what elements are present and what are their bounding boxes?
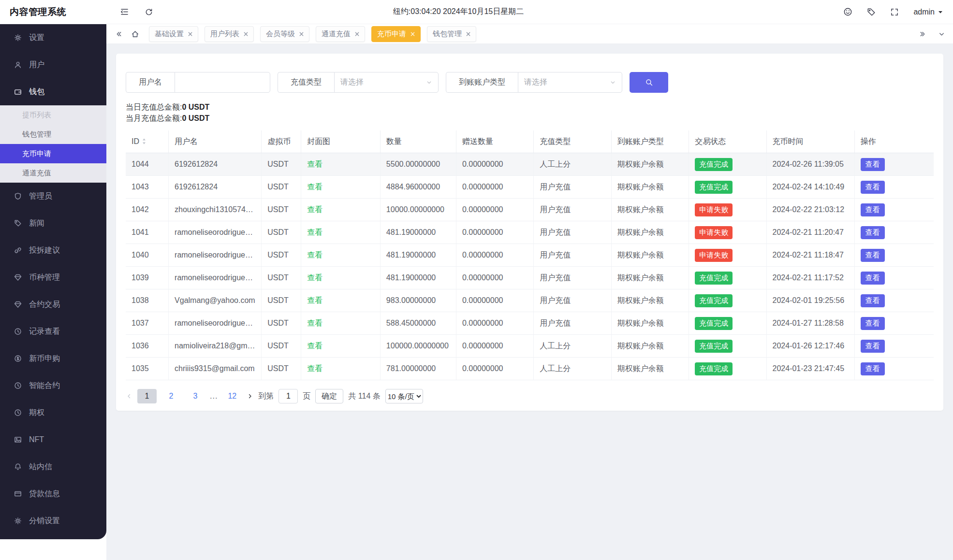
sidebar-item-loan-info[interactable]: 贷款信息 <box>0 480 106 507</box>
collapse-sidebar-icon[interactable] <box>120 7 129 16</box>
sidebar-item-feedback[interactable]: 投拆建议 <box>0 237 106 264</box>
view-button[interactable]: 查看 <box>861 317 885 330</box>
cover-view-link[interactable]: 查看 <box>307 296 323 304</box>
cover-view-link[interactable]: 查看 <box>307 160 323 168</box>
view-button[interactable]: 查看 <box>861 272 885 285</box>
view-button[interactable]: 查看 <box>861 181 885 194</box>
scroll-tabs-right-icon[interactable] <box>919 30 926 38</box>
cell-id: 1039 <box>126 267 169 289</box>
tab-deposit-request[interactable]: 充币申请 <box>371 26 421 42</box>
sidebar-item-coin-manage[interactable]: 币种管理 <box>0 264 106 291</box>
view-button[interactable]: 查看 <box>861 249 885 262</box>
sidebar-item-users[interactable]: 用户 <box>0 51 106 78</box>
tag-icon[interactable] <box>867 8 876 16</box>
shield-icon <box>14 192 22 200</box>
page-number[interactable]: 1 <box>137 389 157 403</box>
sidebar-item-nft[interactable]: NFT <box>0 426 106 453</box>
prev-page-icon[interactable] <box>126 393 132 400</box>
sidebar-item-smart-contract[interactable]: 智能合约 <box>0 372 106 399</box>
cover-view-link[interactable]: 查看 <box>307 319 323 327</box>
close-icon[interactable] <box>411 32 415 36</box>
sidebar-item-withdraw-list[interactable]: 提币列表 <box>0 105 106 125</box>
cell-id: 1037 <box>126 312 169 335</box>
header-account: 到账账户类型 <box>611 130 689 153</box>
sidebar-item-wallet[interactable]: 钱包 <box>0 78 106 105</box>
per-page-select[interactable]: 10 条/页 <box>385 389 423 403</box>
sidebar-item-label: 用户 <box>29 60 44 70</box>
sort-icon[interactable] <box>142 138 146 146</box>
view-button[interactable]: 查看 <box>861 340 885 353</box>
view-button[interactable]: 查看 <box>861 226 885 239</box>
sidebar-item-settings[interactable]: 设置 <box>0 24 106 51</box>
user-menu[interactable]: admin <box>913 8 943 16</box>
sidebar-item-label: 设置 <box>29 33 44 43</box>
theme-icon[interactable] <box>843 7 852 16</box>
cover-view-link[interactable]: 查看 <box>307 342 323 350</box>
view-button[interactable]: 查看 <box>861 203 885 216</box>
header-id[interactable]: ID <box>126 130 169 153</box>
cover-view-link[interactable]: 查看 <box>307 251 323 259</box>
cover-view-link[interactable]: 查看 <box>307 228 323 236</box>
open-tabs: 基础设置 用户列表 会员等级 通道充值 充币申请 钱包管理 <box>149 26 913 42</box>
fullscreen-icon[interactable] <box>890 8 899 16</box>
page-number[interactable]: 3 <box>186 389 205 403</box>
header-right-tools: admin <box>843 7 953 16</box>
close-icon[interactable] <box>466 32 470 36</box>
sidebar-item-news[interactable]: 新闻 <box>0 210 106 237</box>
close-icon[interactable] <box>244 32 248 36</box>
close-icon[interactable] <box>188 32 192 36</box>
page-number[interactable]: 2 <box>161 389 181 403</box>
refresh-icon[interactable] <box>145 8 153 16</box>
table-row: 1042 zhouxingchi1310574@gm... USDT 查看 10… <box>126 199 934 221</box>
sidebar-item-contract-trade[interactable]: 合约交易 <box>0 291 106 318</box>
daily-total: 当日充值总金额:0 USDT <box>126 101 934 113</box>
recharge-type-select[interactable]: 请选择 <box>334 72 439 93</box>
sidebar-item-distribution[interactable]: 分销设置 <box>0 507 106 534</box>
username-input[interactable] <box>175 72 270 93</box>
goto-page-input[interactable] <box>279 389 298 403</box>
cell-cover: 查看 <box>301 176 381 199</box>
view-button[interactable]: 查看 <box>861 294 885 307</box>
sidebar-item-new-coin[interactable]: 新币申购 <box>0 345 106 372</box>
view-button[interactable]: 查看 <box>861 158 885 171</box>
cell-amount: 5500.00000000 <box>380 153 456 176</box>
home-tab[interactable] <box>131 30 139 38</box>
confirm-button[interactable]: 确定 <box>315 389 343 403</box>
sidebar-item-channel-recharge[interactable]: 通道充值 <box>0 163 106 183</box>
cell-status: 充值完成 <box>689 289 766 312</box>
tab-channel-recharge[interactable]: 通道充值 <box>316 26 365 42</box>
cell-gift: 0.00000000 <box>456 199 533 221</box>
sidebar-item-label: 新闻 <box>29 218 44 229</box>
recharge-type-filter-group: 充值类型 请选择 <box>278 72 439 93</box>
cell-action: 查看 <box>854 176 934 199</box>
header-coin: 虚拟币 <box>262 130 301 153</box>
sidebar-item-deposit-request[interactable]: 充币申请 <box>0 144 106 163</box>
scroll-tabs-left-icon[interactable] <box>115 30 122 38</box>
cover-view-link[interactable]: 查看 <box>307 205 323 214</box>
tab-member-level[interactable]: 会员等级 <box>260 26 309 42</box>
sidebar-item-wallet-manage[interactable]: 钱包管理 <box>0 125 106 144</box>
search-button[interactable] <box>630 72 668 93</box>
page-number[interactable]: 12 <box>222 389 242 403</box>
cover-view-link[interactable]: 查看 <box>307 273 323 282</box>
sidebar-item-label: 币种管理 <box>29 273 60 283</box>
sidebar-item-records[interactable]: 记录查看 <box>0 318 106 345</box>
wallet-submenu: 提币列表 钱包管理 充币申请 通道充值 <box>0 105 106 183</box>
account-type-select[interactable]: 请选择 <box>518 72 622 93</box>
top-header: 内容管理系统 纽约:03:04:20 2024年10月15日星期二 admin <box>0 0 953 24</box>
next-page-icon[interactable] <box>247 393 253 400</box>
view-button[interactable]: 查看 <box>861 362 885 375</box>
chevron-down-icon <box>938 9 943 15</box>
cell-action: 查看 <box>854 267 934 289</box>
close-icon[interactable] <box>355 32 359 36</box>
tab-wallet-manage[interactable]: 钱包管理 <box>427 26 476 42</box>
tab-user-list[interactable]: 用户列表 <box>205 26 254 42</box>
close-icon[interactable] <box>299 32 304 36</box>
sidebar-item-messages[interactable]: 站内信 <box>0 453 106 480</box>
tab-basic-settings[interactable]: 基础设置 <box>149 26 198 42</box>
sidebar-item-admin[interactable]: 管理员 <box>0 183 106 210</box>
cover-view-link[interactable]: 查看 <box>307 183 323 191</box>
sidebar-item-options[interactable]: 期权 <box>0 399 106 426</box>
tab-actions-icon[interactable] <box>938 30 945 38</box>
cover-view-link[interactable]: 查看 <box>307 364 323 373</box>
